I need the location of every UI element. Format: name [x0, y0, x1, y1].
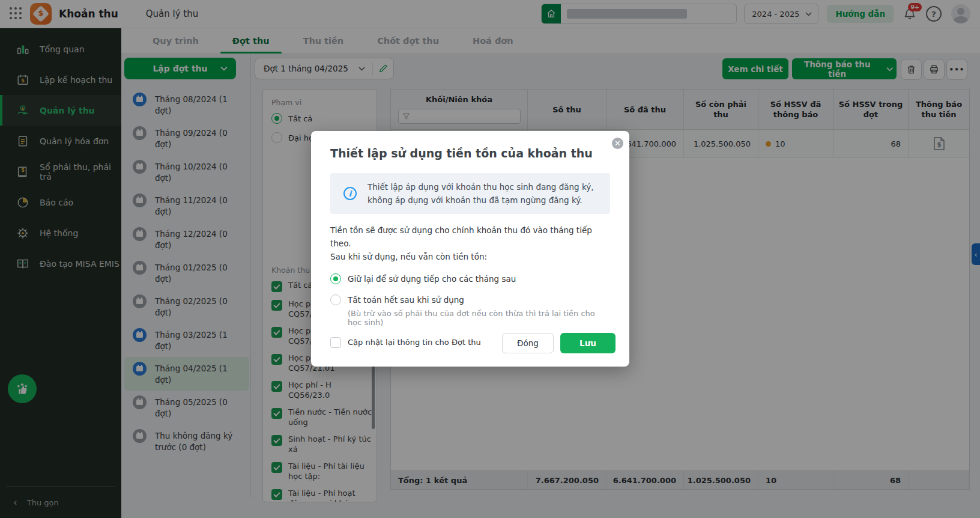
checkbox-unchecked [330, 337, 341, 348]
radio-unselected [330, 294, 341, 305]
radio-selected [330, 273, 341, 284]
app-window: $ Khoản thu Quản lý thu 2024 - 2025 Hướn… [0, 0, 980, 518]
option-keep-balance[interactable]: Giữ lại để sử dụng tiếp cho các tháng sa… [330, 273, 610, 284]
modal-info-text: Thiết lập áp dụng với khoản thu học sinh… [368, 180, 594, 207]
save-button[interactable]: Lưu [560, 333, 616, 353]
settings-modal: ✕ Thiết lập sử dụng tiền tồn của khoản t… [311, 131, 629, 367]
close-button[interactable]: Đóng [502, 333, 554, 353]
info-icon: i [343, 187, 357, 200]
option-settle-note: (Bù trừ vào số phải thu của đợt nếu còn … [348, 309, 610, 327]
close-icon[interactable]: ✕ [612, 138, 623, 149]
modal-description: Tiền tồn sẽ được sử dụng cho chính khoản… [330, 224, 610, 263]
modal-buttons: Đóng Lưu [502, 333, 616, 353]
modal-info-box: i Thiết lập áp dụng với khoản thu học si… [330, 173, 610, 214]
modal-title: Thiết lập sử dụng tiền tồn của khoản thu [330, 147, 610, 160]
option-settle-all[interactable]: Tất toán hết sau khi sử dụng [330, 294, 610, 305]
